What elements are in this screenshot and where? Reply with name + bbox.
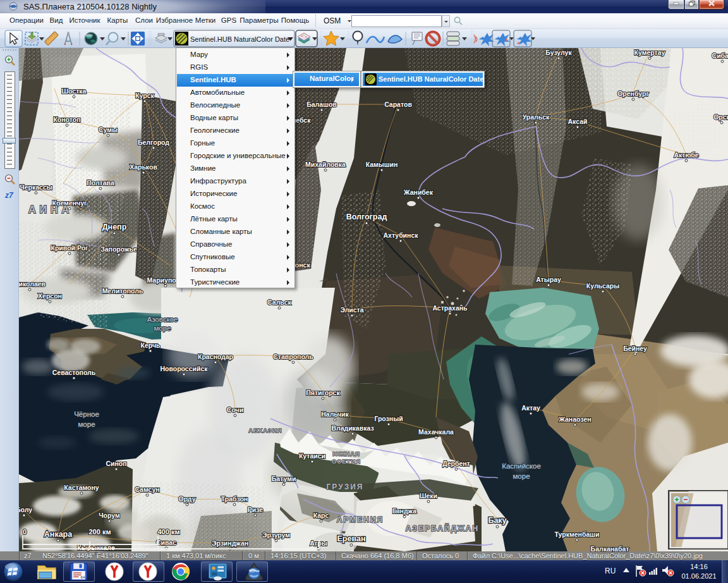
svg-text:Гянджа: Гянджа xyxy=(392,507,416,515)
svg-text:Саратов: Саратов xyxy=(384,101,412,108)
svg-text:Конотоп: Конотоп xyxy=(53,116,80,123)
svg-text:Оренбург: Оренбург xyxy=(617,90,649,97)
svg-text:море: море xyxy=(513,472,530,480)
svg-text:Махачкала: Махачкала xyxy=(418,428,454,436)
svg-text:Кутаиси: Кутаиси xyxy=(299,452,325,460)
svg-text:море: море xyxy=(78,420,95,428)
svg-text:Камышин: Камышин xyxy=(366,161,398,168)
svg-text:ОСЕТИЯ: ОСЕТИЯ xyxy=(332,458,361,465)
svg-text:Эрзурум: Эрзурум xyxy=(262,531,290,539)
svg-text:Астрахань: Астрахань xyxy=(432,304,468,312)
svg-text:Анкара: Анкара xyxy=(44,530,73,539)
svg-text:Агры: Агры xyxy=(310,539,327,547)
svg-text:400 км: 400 км xyxy=(157,528,179,536)
svg-text:Ставрополь: Ставрополь xyxy=(273,353,313,360)
svg-text:море: море xyxy=(154,324,171,332)
svg-text:Шостка: Шостка xyxy=(62,87,87,95)
svg-text:Чёрное: Чёрное xyxy=(74,410,99,418)
svg-text:Кумертау: Кумертау xyxy=(634,49,665,56)
svg-text:АБХАЗИЯ: АБХАЗИЯ xyxy=(248,427,282,434)
svg-text:Балашов: Балашов xyxy=(306,101,337,108)
svg-text:Самсун: Самсун xyxy=(135,486,159,493)
svg-text:Ризе: Ризе xyxy=(248,506,264,513)
svg-text:Карс: Карс xyxy=(313,512,329,519)
svg-text:Жанибек: Жанибек xyxy=(403,188,434,196)
svg-text:Sentinel.HUB NaturalColor Date: Sentinel.HUB NaturalColor Date xyxy=(190,35,289,43)
svg-text:Элиста: Элиста xyxy=(340,306,363,314)
svg-text:Атырау: Атырау xyxy=(536,276,561,283)
svg-text:Орду: Орду xyxy=(179,495,196,503)
svg-text:АРМЕНИЯ: АРМЕНИЯ xyxy=(337,515,384,524)
svg-text:Волгоград: Волгоград xyxy=(346,212,387,221)
svg-text:ГРУЗИЯ: ГРУЗИЯ xyxy=(327,482,364,491)
svg-text:ЮЖНАЯ: ЮЖНАЯ xyxy=(332,450,360,457)
svg-text:Шеки: Шеки xyxy=(420,492,437,500)
svg-text:Новороссийск: Новороссийск xyxy=(160,365,208,372)
svg-text:Ереван: Ереван xyxy=(337,534,366,543)
svg-text:Сибай: Сибай xyxy=(712,52,728,59)
svg-text:Краснодар: Краснодар xyxy=(198,353,233,360)
svg-text:Актюбе: Актюбе xyxy=(674,151,698,159)
svg-text:200 км: 200 км xyxy=(88,528,111,536)
svg-text:Запорожье: Запорожье xyxy=(100,245,137,253)
svg-text:Херсон: Херсон xyxy=(38,292,62,300)
svg-text:Орск: Орск xyxy=(713,113,728,121)
svg-text:Белгород: Белгород xyxy=(138,138,169,146)
svg-text:Черкассы: Черкассы xyxy=(20,183,52,191)
svg-text:Грозный: Грозный xyxy=(374,415,403,422)
svg-text:Эрзинджан: Эрзинджан xyxy=(212,539,248,547)
svg-text:Жанаозен: Жанаозен xyxy=(558,415,591,423)
svg-text:Днепр: Днепр xyxy=(102,223,127,231)
svg-text:Кривой Рог: Кривой Рог xyxy=(51,244,89,252)
svg-text:Актау: Актау xyxy=(521,404,540,412)
svg-text:Чорум: Чорум xyxy=(99,512,120,519)
svg-text:Батуми: Батуми xyxy=(272,475,296,482)
svg-text:Бузулук: Бузулук xyxy=(545,49,572,56)
svg-text:Сумы: Сумы xyxy=(99,126,118,133)
svg-text:Пятигорск: Пятигорск xyxy=(306,389,340,396)
svg-text:64: 64 xyxy=(81,575,85,579)
svg-text:Аксай: Аксай xyxy=(568,118,588,125)
svg-text:Мелитополь: Мелитополь xyxy=(102,287,143,295)
svg-text:Нальчик: Нальчик xyxy=(321,410,349,418)
svg-text:Кульсары: Кульсары xyxy=(586,282,619,290)
svg-text:Сочи: Сочи xyxy=(227,406,243,414)
svg-text:Сальск: Сальск xyxy=(267,298,292,306)
svg-text:АЗЕРБАЙДЖАН: АЗЕРБАЙДЖАН xyxy=(406,524,479,533)
svg-text:Ахтубинск: Ахтубинск xyxy=(383,231,418,239)
svg-text:Уральск: Уральск xyxy=(523,113,550,121)
svg-text:Кастамону: Кастамону xyxy=(64,484,99,491)
svg-text:АИНА: АИНА xyxy=(28,204,73,215)
svg-text:Курск: Курск xyxy=(135,92,154,99)
svg-text:Полтава: Полтава xyxy=(87,179,114,187)
svg-text:Туркменбаши: Туркменбаши xyxy=(555,531,600,538)
svg-text:0: 0 xyxy=(23,528,27,536)
svg-text:Баку: Баку xyxy=(488,516,506,525)
svg-text:Трабзон: Трабзон xyxy=(221,495,248,503)
svg-text:Харьков: Харьков xyxy=(130,163,157,171)
svg-text:Севастополь: Севастополь xyxy=(52,369,96,376)
svg-text:Дербент: Дербент xyxy=(442,460,470,467)
svg-text:Михайловка: Михайловка xyxy=(305,161,346,168)
svg-text:Синоп: Синоп xyxy=(106,460,126,467)
svg-text:Сивас: Сивас xyxy=(156,539,176,546)
svg-text:Бейнеу: Бейнеу xyxy=(623,345,647,352)
svg-text:Азовское: Азовское xyxy=(147,316,178,323)
svg-text:Керчь: Керчь xyxy=(141,341,161,349)
svg-text:Каспийское: Каспийское xyxy=(502,462,541,470)
svg-text:Владикавказ: Владикавказ xyxy=(331,424,373,432)
